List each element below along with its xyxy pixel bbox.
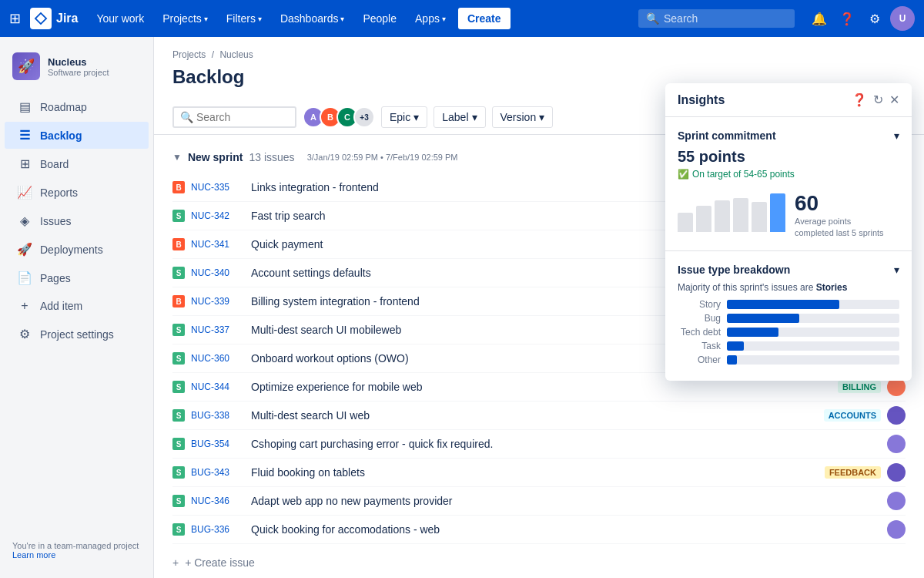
- issue-avatar: [887, 492, 906, 510]
- sprint-issues-count: 13 issues: [249, 151, 294, 163]
- issue-key: BUG-338: [191, 410, 245, 421]
- nav-people[interactable]: People: [357, 9, 403, 28]
- issue-row[interactable]: S BUG-343 Fluid booking on tablets FEEDB…: [172, 459, 906, 487]
- project-settings-icon: ⚙: [17, 327, 32, 341]
- breakdown-row: Tech debt: [678, 327, 899, 338]
- nav-your-work[interactable]: Your work: [90, 9, 150, 28]
- grid-icon[interactable]: ⊞: [9, 10, 21, 27]
- sidebar-item-backlog[interactable]: ☰ Backlog: [5, 122, 149, 149]
- issue-row[interactable]: S BUG-338 Multi-dest search UI web ACCOU…: [172, 402, 906, 430]
- nav-filters[interactable]: Filters ▾: [220, 9, 268, 28]
- sidebar-item-reports[interactable]: 📈 Reports: [5, 179, 149, 206]
- issue-type-icon: S: [172, 409, 185, 422]
- notifications-button[interactable]: 🔔: [807, 6, 832, 31]
- sidebar-label-roadmap: Roadmap: [40, 101, 87, 113]
- issue-type-icon: S: [172, 267, 185, 279]
- issue-avatar: [887, 435, 906, 453]
- breakdown-name: Story: [678, 299, 721, 310]
- epic-filter[interactable]: Epic ▾: [381, 106, 427, 128]
- pages-icon: 📄: [17, 271, 32, 285]
- sidebar-label-issues: Issues: [40, 215, 71, 227]
- help-button[interactable]: ❓: [835, 6, 859, 31]
- sidebar: 🚀 Nucleus Software project ▤ Roadmap ☰ B…: [0, 37, 154, 578]
- issue-key: NUC-344: [191, 381, 245, 392]
- issue-key: NUC-340: [191, 267, 245, 278]
- chart-bar: [715, 200, 730, 232]
- issue-type-icon: B: [172, 238, 185, 250]
- project-type: Software project: [48, 68, 109, 77]
- nav-dashboards[interactable]: Dashboards ▾: [274, 9, 351, 28]
- create-button[interactable]: Create: [458, 8, 511, 29]
- sidebar-item-board[interactable]: ⊞ Board: [5, 150, 149, 177]
- sidebar-item-roadmap[interactable]: ▤ Roadmap: [5, 93, 149, 120]
- nav-apps[interactable]: Apps ▾: [409, 9, 452, 28]
- issue-key: NUC-341: [191, 239, 245, 250]
- chart-bars: [678, 186, 785, 232]
- issue-row[interactable]: S BUG-336 Quick booking for accomodation…: [172, 516, 906, 544]
- chart-bar: [733, 198, 748, 232]
- avatar-more[interactable]: +3: [353, 106, 375, 128]
- breadcrumb-nucleus[interactable]: Nucleus: [219, 49, 253, 60]
- issue-type-icon: S: [172, 352, 185, 365]
- issue-avatar: [887, 463, 906, 482]
- sidebar-label-add-item: Add item: [40, 300, 82, 312]
- user-avatar[interactable]: U: [890, 6, 915, 31]
- issue-title: Multi-dest search UI web: [251, 409, 818, 422]
- nav-icons: 🔔 ❓ ⚙ U: [807, 6, 915, 31]
- breakdown-bar-fill: [727, 314, 799, 323]
- search-bar[interactable]: 🔍: [638, 9, 795, 28]
- project-name: Nucleus: [48, 56, 109, 68]
- sidebar-item-issues[interactable]: ◈ Issues: [5, 207, 149, 234]
- issue-row[interactable]: S NUC-346 Adapt web app no new payments …: [172, 487, 906, 516]
- sprint-commitment-chevron: ▾: [894, 129, 899, 142]
- insights-help-icon[interactable]: ❓: [852, 92, 867, 107]
- search-filter[interactable]: 🔍: [172, 106, 296, 128]
- breakdown-name: Bug: [678, 313, 721, 324]
- issue-breakdown-header[interactable]: Issue type breakdown ▾: [678, 264, 899, 276]
- breakdown-row: Bug: [678, 313, 899, 324]
- dashboards-chevron: ▾: [340, 15, 344, 23]
- breakdown-bar-fill: [727, 355, 737, 365]
- breadcrumb: Projects / Nucleus: [154, 37, 924, 63]
- issue-type-icon: S: [172, 438, 185, 450]
- issue-breakdown-section: Issue type breakdown ▾ Majority of this …: [665, 250, 912, 381]
- breakdown-row: Other: [678, 355, 899, 365]
- sprint-commitment-section: Sprint commitment ▾ 55 points ✅ On targe…: [665, 116, 912, 250]
- on-target-dot: ✅: [678, 169, 689, 180]
- sprint-dates: 3/Jan/19 02:59 PM • 7/Feb/19 02:59 PM: [307, 153, 458, 162]
- learn-more-link[interactable]: Learn more: [12, 550, 55, 560]
- sprint-commitment-header[interactable]: Sprint commitment ▾: [678, 129, 899, 142]
- add-item-icon: +: [17, 299, 32, 313]
- issue-key: NUC-335: [191, 182, 245, 193]
- search-input[interactable]: [664, 12, 787, 25]
- issue-key: NUC-346: [191, 496, 245, 506]
- version-filter[interactable]: Version ▾: [492, 106, 554, 128]
- sprint-commitment-title: Sprint commitment: [678, 129, 776, 142]
- logo[interactable]: Jira: [30, 8, 78, 29]
- nav-projects[interactable]: Projects ▾: [156, 9, 214, 28]
- sprint-collapse-button[interactable]: ▼: [172, 152, 182, 163]
- issues-icon: ◈: [17, 213, 32, 228]
- search-filter-input[interactable]: [196, 111, 289, 123]
- settings-button[interactable]: ⚙: [862, 6, 887, 31]
- sidebar-item-project-settings[interactable]: ⚙ Project settings: [5, 321, 149, 348]
- breakdown-name: Task: [678, 341, 721, 351]
- insights-close-icon[interactable]: ✕: [889, 92, 899, 107]
- issue-row[interactable]: S BUG-354 Cshoping cart purchasing error…: [172, 430, 906, 459]
- breakdown-summary: Majority of this sprint's issues are Sto…: [678, 282, 899, 293]
- breadcrumb-projects[interactable]: Projects: [172, 49, 206, 60]
- issue-title: Adapt web app no new payments provider: [251, 495, 881, 507]
- sidebar-label-pages: Pages: [40, 272, 71, 284]
- sidebar-item-add-item[interactable]: + Add item: [5, 293, 149, 319]
- sprint-chart: 60 Average points completed last 5 sprin…: [678, 180, 899, 238]
- sidebar-item-deployments[interactable]: 🚀 Deployments: [5, 236, 149, 263]
- create-issue-button[interactable]: + + Create issue: [172, 550, 906, 575]
- label-filter[interactable]: Label ▾: [434, 106, 485, 128]
- backlog-icon: ☰: [17, 128, 32, 143]
- insights-panel: Insights ❓ ↻ ✕ Sprint commitment ▾ 55 po…: [665, 83, 912, 381]
- issue-label: ACCOUNTS: [824, 409, 881, 422]
- sidebar-item-pages[interactable]: 📄 Pages: [5, 264, 149, 291]
- project-info: Nucleus Software project: [48, 56, 109, 77]
- insights-refresh-icon[interactable]: ↻: [873, 92, 883, 107]
- issue-breakdown-title: Issue type breakdown: [678, 264, 790, 276]
